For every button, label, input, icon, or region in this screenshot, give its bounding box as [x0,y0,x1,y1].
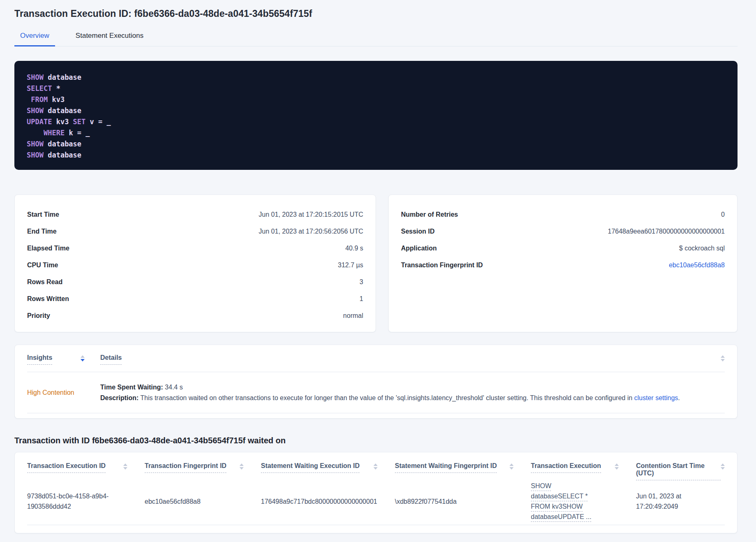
stat-label: Rows Written [27,295,69,303]
sort-down-icon [721,467,725,470]
stat-row-retries: Number of Retries 0 [401,206,725,223]
stat-row-rows-written: Rows Written 1 [27,290,363,307]
stat-value: normal [343,312,363,320]
sort-up-icon [509,463,514,466]
insight-description: Description: This transaction waited on … [100,394,725,403]
insights-column-label[interactable]: Insights [27,354,52,365]
stat-row-session-id: Session ID 17648a9eea6017800000000000000… [401,223,725,240]
txn-execution-statements-link[interactable]: SHOW databaseSELECT * FROM kv3SHOW datab… [531,481,601,522]
sort-down-icon [615,467,619,470]
stat-row-end-time: End Time Jun 01, 2023 at 17:20:56:2056 U… [27,223,363,240]
page: Transaction Execution ID: f6be6366-da03-… [0,0,756,533]
transaction-fingerprint-link[interactable]: ebc10ae56cfd88a8 [669,262,725,269]
stat-value: 0 [721,211,725,218]
stat-label: Start Time [27,211,59,218]
session-stats-card: Number of Retries 0 Session ID 17648a9ee… [388,195,738,332]
sort-icon[interactable] [373,463,378,470]
time-spent-waiting: Time Spent Waiting: 34.4 s [100,383,725,392]
cell-contention-start-time: Jun 01, 2023 at 17:20:49:2049 [636,491,725,512]
insight-details: Time Spent Waiting: 34.4 s Description: … [100,381,725,404]
stat-label: Elapsed Time [27,245,69,252]
column-header-txn-execution[interactable]: Transaction Execution [531,462,636,478]
column-label[interactable]: Statement Waiting Fingerprint ID [395,462,497,473]
cell-txn-fingerprint-id: ebc10ae56cfd88a8 [145,496,261,507]
sort-down-icon [240,467,244,470]
sort-down-icon [123,467,127,470]
stat-value: 17648a9eea6017800000000000000001 [608,228,725,235]
waited-on-heading: Transaction with ID f6be6366-da03-48de-a… [14,436,738,445]
details-column-header[interactable]: Details [100,354,725,365]
column-header-txn-fingerprint-id[interactable]: Transaction Fingerprint ID [145,462,261,478]
stat-label: Priority [27,312,50,320]
insight-row: High Contention Time Spent Waiting: 34.4… [27,372,725,413]
insight-type-badge: High Contention [27,389,100,396]
cell-txn-execution: SHOW databaseSELECT * FROM kv3SHOW datab… [531,481,636,522]
description-suffix: . [678,394,680,401]
tab-overview[interactable]: Overview [14,29,55,46]
sort-icon[interactable] [721,463,725,470]
column-header-contention-start-time[interactable]: Contention Start Time (UTC) [636,462,725,478]
page-title: Transaction Execution ID: f6be6366-da03-… [14,8,738,19]
sort-up-icon [123,463,127,466]
stat-value: 3 [360,278,363,286]
sort-up-icon [240,463,244,466]
insights-card: Insights Details High Contention Time Sp… [14,345,738,419]
summary-cards: Start Time Jun 01, 2023 at 17:20:15:2015… [14,195,738,332]
column-header-stmt-waiting-execution-id[interactable]: Statement Waiting Execution ID [261,462,395,478]
stat-value: 40.9 s [345,245,363,252]
sort-up-icon [615,463,619,466]
waited-on-table-card: Transaction Execution ID Transaction Fin… [14,452,738,533]
waited-on-table-header: Transaction Execution ID Transaction Fin… [27,452,725,478]
sort-icon[interactable] [240,463,244,470]
cell-stmt-waiting-fingerprint-id: \xdb8922f077541dda [395,496,531,507]
sort-icon[interactable] [615,463,619,470]
txn-execution-id-value: 9738d051-bc0e-4158-a9b4-1903586ddd42 [27,491,127,512]
stat-value: Jun 01, 2023 at 17:20:56:2056 UTC [259,228,363,235]
sql-statements-box: SHOW databaseSELECT * FROM kv3SHOW datab… [14,61,738,170]
column-label[interactable]: Transaction Execution [531,462,601,473]
sort-icon[interactable] [123,463,127,470]
sort-up-icon [721,355,725,358]
stat-row-cpu-time: CPU Time 312.7 µs [27,257,363,273]
column-label[interactable]: Contention Start Time (UTC) [636,462,721,480]
sql-code: SHOW databaseSELECT * FROM kv3SHOW datab… [27,72,725,161]
waiting-value: 34.4 s [163,384,183,391]
stat-label: Transaction Fingerprint ID [401,262,483,269]
sort-up-icon [373,463,378,466]
sort-icon[interactable] [81,355,85,361]
insights-column-header[interactable]: Insights [27,354,85,365]
stat-label: End Time [27,228,57,235]
stat-label: Session ID [401,228,435,235]
tab-statement-executions[interactable]: Statement Executions [70,29,149,46]
sort-down-icon [721,359,725,361]
sort-up-icon [81,355,85,358]
insights-table-header: Insights Details [27,345,725,372]
tab-bar: Overview Statement Executions [14,29,738,46]
column-header-txn-execution-id[interactable]: Transaction Execution ID [27,462,145,478]
column-label[interactable]: Transaction Execution ID [27,462,106,473]
description-text: This transaction waited on other transac… [138,394,634,401]
details-column-label[interactable]: Details [100,354,122,365]
stat-label: Application [401,245,437,252]
sort-down-icon [509,467,514,470]
cluster-settings-link[interactable]: cluster settings [634,394,678,401]
sort-icon[interactable] [721,355,725,361]
stat-row-elapsed-time: Elapsed Time 40.9 s [27,240,363,257]
sort-down-icon [373,467,378,470]
column-header-stmt-waiting-fingerprint-id[interactable]: Statement Waiting Fingerprint ID [395,462,531,478]
stat-row-application: Application $ cockroach sql [401,240,725,257]
stat-value: Jun 01, 2023 at 17:20:15:2015 UTC [259,211,363,218]
sort-up-icon [721,463,725,466]
stat-label: Rows Read [27,278,62,286]
stat-row-txn-fingerprint: Transaction Fingerprint ID ebc10ae56cfd8… [401,257,725,273]
cell-txn-execution-id: 9738d051-bc0e-4158-a9b4-1903586ddd42 [27,491,145,512]
waiting-label: Time Spent Waiting: [100,384,163,391]
stat-row-rows-read: Rows Read 3 [27,273,363,290]
stat-value: 1 [360,295,363,303]
timing-stats-card: Start Time Jun 01, 2023 at 17:20:15:2015… [14,195,376,332]
column-label[interactable]: Transaction Fingerprint ID [145,462,226,473]
sort-icon[interactable] [509,463,514,470]
table-row: 9738d051-bc0e-4158-a9b4-1903586ddd42 ebc… [27,478,725,525]
column-label[interactable]: Statement Waiting Execution ID [261,462,360,473]
stat-label: CPU Time [27,262,58,269]
